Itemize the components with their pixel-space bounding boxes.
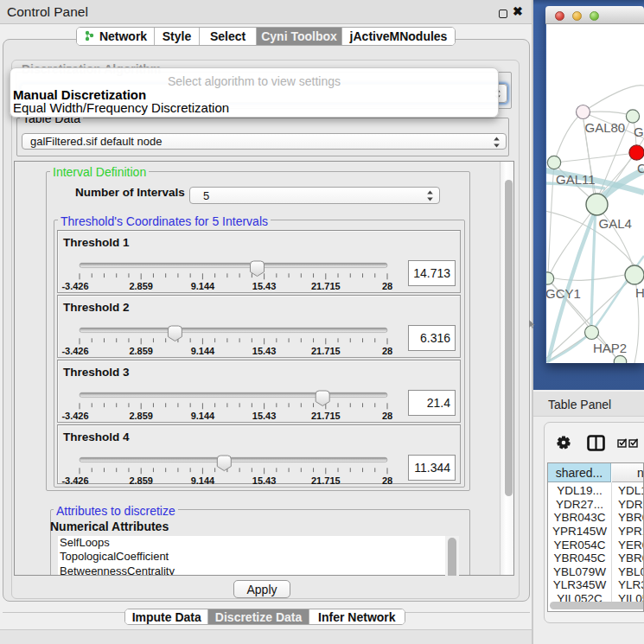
svg-text:GA: GA [634, 124, 644, 139]
svg-text:C: C [637, 161, 644, 175]
svg-text:GAL11: GAL11 [556, 172, 596, 187]
svg-text:HAP2: HAP2 [593, 341, 627, 355]
svg-text:GAL4: GAL4 [599, 216, 632, 231]
svg-text:H: H [635, 285, 644, 300]
svg-text:GAL80: GAL80 [585, 120, 626, 135]
svg-text:GCY1: GCY1 [546, 286, 581, 301]
